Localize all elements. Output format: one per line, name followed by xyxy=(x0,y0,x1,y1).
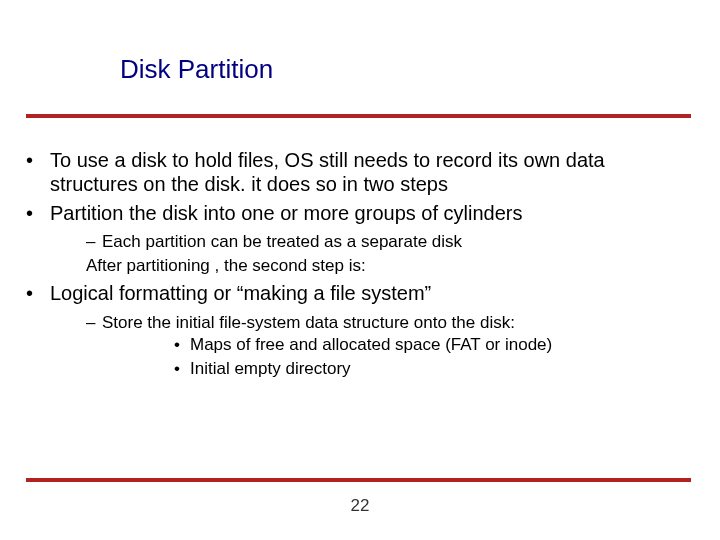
sub-list-item: Each partition can be treated as a separ… xyxy=(86,231,691,253)
bullet-list: To use a disk to hold files, OS still ne… xyxy=(26,148,691,380)
sub-list: Each partition can be treated as a separ… xyxy=(50,231,691,277)
sub-bullet-text: Each partition can be treated as a separ… xyxy=(102,232,462,251)
list-item: Logical formatting or “making a file sys… xyxy=(26,281,691,380)
sub-sub-list: Maps of free and allocated space (FAT or… xyxy=(102,334,691,380)
sub-sub-list-item: Initial empty directory xyxy=(174,358,691,380)
sub-list: Store the initial file-system data struc… xyxy=(50,312,691,380)
sub-sub-list-item: Maps of free and allocated space (FAT or… xyxy=(174,334,691,356)
sub-bullet-text: Store the initial file-system data struc… xyxy=(102,313,515,332)
divider-bottom xyxy=(26,478,691,482)
sub-list-item: After partitioning , the second step is: xyxy=(86,255,691,277)
list-item: To use a disk to hold files, OS still ne… xyxy=(26,148,691,197)
sub-bullet-text: After partitioning , the second step is: xyxy=(86,256,366,275)
list-item: Partition the disk into one or more grou… xyxy=(26,201,691,278)
divider-top xyxy=(26,114,691,118)
sub-list-item: Store the initial file-system data struc… xyxy=(86,312,691,380)
page-number: 22 xyxy=(0,496,720,516)
sub-sub-bullet-text: Initial empty directory xyxy=(190,359,351,378)
bullet-text: Partition the disk into one or more grou… xyxy=(50,202,522,224)
bullet-text: Logical formatting or “making a file sys… xyxy=(50,282,431,304)
sub-sub-bullet-text: Maps of free and allocated space (FAT or… xyxy=(190,335,552,354)
slide-content: To use a disk to hold files, OS still ne… xyxy=(26,148,691,384)
slide: Disk Partition To use a disk to hold fil… xyxy=(0,0,720,540)
slide-title: Disk Partition xyxy=(120,54,273,85)
bullet-text: To use a disk to hold files, OS still ne… xyxy=(50,149,605,195)
